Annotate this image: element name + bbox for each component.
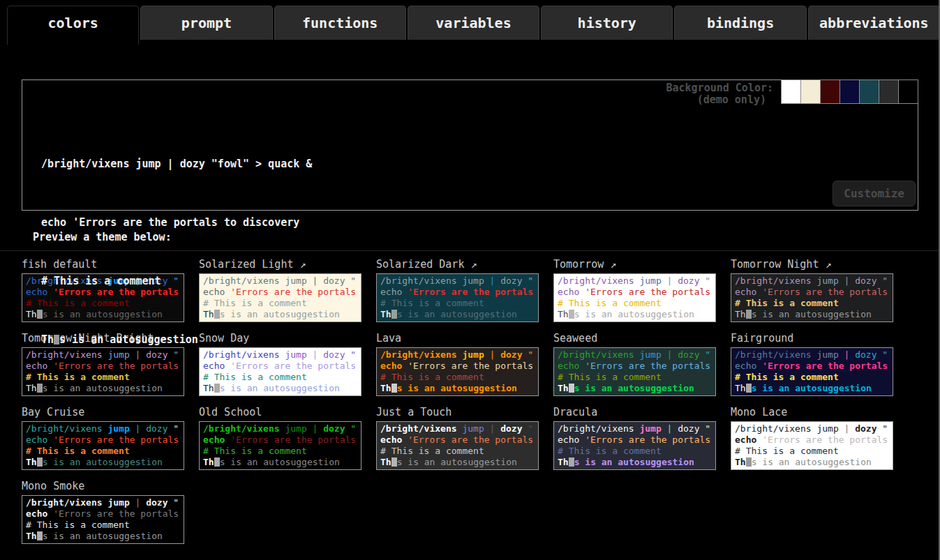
seg-pipe: | [313, 423, 318, 434]
customize-button[interactable]: Customize [833, 181, 916, 206]
external-link-icon[interactable]: ↗ [819, 258, 831, 271]
tile-line-error: echo 'Errors are the portals to discover… [380, 434, 535, 446]
theme-name: Fairground [731, 332, 793, 345]
seg-error: 'Errors are the portals to discovery [585, 361, 716, 371]
cursor-block [746, 457, 752, 467]
seg-cmd1: /bright/vixens [380, 423, 457, 434]
seg-autosuggestion: s is an autosuggestion [752, 457, 872, 467]
seg-echo: echo [26, 508, 47, 519]
tile-line-autosuggestion: Ths is an autosuggestion [26, 531, 180, 542]
tile-line-error: echo 'Errors are the portals to discover… [558, 434, 712, 446]
tile-line-command: /bright/vixens jump | dozy " [558, 423, 712, 434]
tile-line-command: /bright/vixens jump | dozy " [735, 423, 889, 434]
tile-line-comment: # This is a comment [26, 520, 180, 531]
seg-typed: Th [558, 309, 569, 319]
theme-preview-bay-cruise[interactable]: /bright/vixens jump | dozy "echo 'Errors… [22, 421, 184, 470]
seg-param: jump [107, 497, 129, 508]
seg-cmd2: dozy [855, 349, 876, 360]
theme-preview-just-a-touch[interactable]: /bright/vixens jump | dozy "echo 'Errors… [376, 421, 539, 470]
theme-title: Tomorrow ↗ [553, 258, 716, 271]
seg-quote: " [705, 349, 710, 360]
seg-typed: Th [735, 457, 746, 467]
seg-echo: echo [558, 361, 579, 371]
seg-autosuggestion: s is an autosuggestion [752, 309, 872, 319]
tile-line-command: /bright/vixens jump | dozy " [380, 349, 535, 361]
theme-name: Dracula [553, 406, 597, 418]
seg-quote: " [882, 275, 888, 286]
tab-colors[interactable]: colors [7, 6, 139, 45]
theme-card-mono-smoke: Mono Smoke/bright/vixens jump | dozy "ec… [22, 480, 184, 544]
tile-line-autosuggestion: Ths is an autosuggestion [380, 309, 535, 320]
seg-autosuggestion: s is an autosuggestion [397, 383, 517, 393]
seg-quote: " [528, 275, 533, 286]
tab-prompt[interactable]: prompt [140, 6, 272, 40]
tile-line-autosuggestion: Ths is an autosuggestion [558, 383, 712, 394]
tile-line-autosuggestion: Ths is an autosuggestion [735, 383, 889, 394]
theme-preview-fairground[interactable]: /bright/vixens jump | dozy "echo 'Errors… [731, 347, 893, 396]
seg-error: 'Errors are the portals to discovery [408, 361, 539, 371]
theme-card-bay-cruise: Bay Cruise/bright/vixens jump | dozy "ec… [22, 406, 184, 470]
theme-preview-mono-smoke[interactable]: /bright/vixens jump | dozy "echo 'Errors… [22, 495, 184, 544]
seg-comment: # This is a comment [735, 446, 839, 456]
theme-name: Old School [199, 406, 262, 418]
theme-card-just-a-touch: Just a Touch/bright/vixens jump | dozy "… [376, 406, 539, 470]
external-link-icon[interactable]: ↗ [464, 258, 477, 271]
tile-line-command: /bright/vixens jump | dozy " [735, 275, 889, 287]
theme-preview-lava[interactable]: /bright/vixens jump | dozy "echo 'Errors… [376, 347, 539, 396]
bg-swatch-charcoal[interactable] [879, 80, 899, 104]
theme-preview-old-school[interactable]: /bright/vixens jump | dozy "echo 'Errors… [199, 421, 361, 470]
bg-swatch-navy[interactable] [840, 80, 860, 104]
tile-line-autosuggestion: Ths is an autosuggestion [735, 309, 889, 320]
theme-name: Tomorrow Night [731, 258, 819, 271]
seg-echo: echo [26, 434, 47, 445]
background-color-label-line2: (demo only) [666, 94, 766, 106]
bg-swatch-dark-teal[interactable] [859, 80, 879, 104]
seg-cmd1: /bright/vixens [558, 423, 634, 434]
tile-line-comment: # This is a comment [203, 446, 357, 457]
seg-error: 'Errors are the portals to discovery [585, 287, 716, 297]
external-link-icon[interactable]: ↗ [604, 258, 616, 271]
cursor-block [391, 310, 397, 319]
tab-functions[interactable]: functions [274, 6, 406, 40]
theme-preview-dracula[interactable]: /bright/vixens jump | dozy "echo 'Errors… [553, 421, 716, 470]
theme-title: Bay Cruise [22, 406, 184, 419]
terminal-line-comment: # This is a comment [41, 271, 312, 291]
seg-comment: # This is a comment [203, 446, 307, 456]
terminal-line-autosuggestion: Ths is an autosuggestion [41, 330, 312, 349]
bg-swatch-white[interactable] [781, 80, 801, 104]
seg-typed: Th [558, 383, 569, 393]
seg-pipe: | [667, 423, 673, 434]
theme-name: Solarized Dark [376, 258, 464, 271]
theme-preview-tomorrow-night[interactable]: /bright/vixens jump | dozy "echo 'Errors… [731, 273, 893, 322]
seg-typed: Th [26, 309, 37, 319]
theme-preview-solarized-dark[interactable]: /bright/vixens jump | dozy "echo 'Errors… [376, 273, 539, 322]
seg-comment: # This is a comment [380, 372, 484, 382]
tile-line-error: echo 'Errors are the portals to discover… [558, 287, 712, 298]
theme-preview-seaweed[interactable]: /bright/vixens jump | dozy "echo 'Errors… [553, 347, 716, 396]
theme-preview-mono-lace[interactable]: /bright/vixens jump | dozy "echo 'Errors… [731, 421, 893, 470]
seg-comment: # This is a comment [558, 446, 662, 456]
seg-param: jump [462, 275, 484, 286]
tab-bindings[interactable]: bindings [674, 6, 806, 40]
tile-line-command: /bright/vixens jump | dozy " [735, 349, 889, 361]
seg-typed: Th [380, 457, 391, 467]
theme-card-tomorrow: Tomorrow ↗/bright/vixens jump | dozy "ec… [553, 258, 716, 322]
tile-line-command: /bright/vixens jump | dozy " [26, 423, 180, 434]
tile-line-comment: # This is a comment [380, 298, 535, 309]
cursor-block [569, 384, 574, 393]
bg-swatch-black[interactable] [898, 80, 918, 104]
tab-variables[interactable]: variables [408, 6, 539, 40]
seg-quote: " [882, 349, 888, 360]
theme-preview-tomorrow[interactable]: /bright/vixens jump | dozy "echo 'Errors… [553, 273, 716, 322]
seg-comment: # This is a comment [558, 298, 662, 308]
theme-name: Tomorrow [553, 258, 604, 271]
seg-cmd1: /bright/vixens [26, 423, 103, 434]
theme-title: Fairground [731, 332, 893, 345]
bg-swatch-cream[interactable] [800, 80, 821, 104]
terminal-sample-text: /bright/vixens jump | dozy "fowl" > quac… [41, 115, 312, 388]
tab-history[interactable]: history [541, 6, 673, 40]
seg-pipe: | [844, 349, 850, 360]
tab-abbreviations[interactable]: abbreviations [808, 6, 940, 40]
bg-swatch-dark-red[interactable] [820, 80, 840, 104]
seg-quote: " [882, 423, 888, 434]
